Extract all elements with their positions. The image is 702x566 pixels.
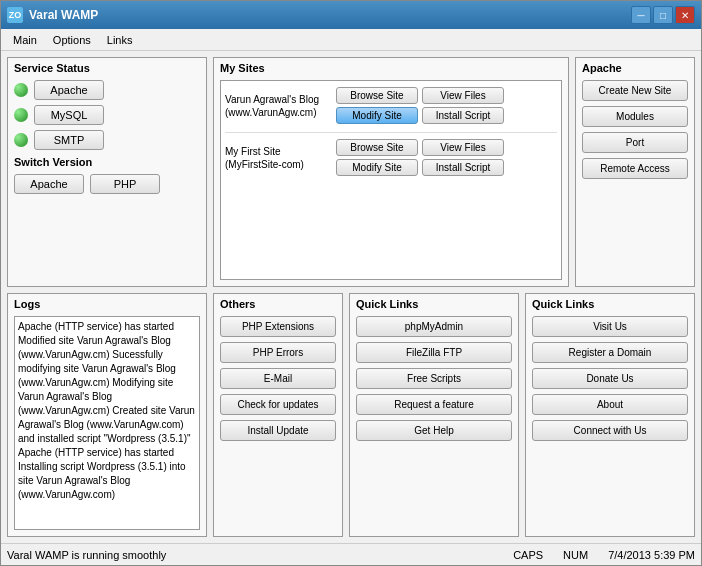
service-status-title: Service Status xyxy=(14,62,200,74)
service-status-panel: Service Status Apache MySQL SMTP Switch … xyxy=(7,57,207,287)
site-2-browse-button[interactable]: Browse Site xyxy=(336,139,418,156)
site-1-bottom-buttons: Modify Site Install Script xyxy=(336,107,504,124)
site-1-view-files-button[interactable]: View Files xyxy=(422,87,504,104)
my-sites-title: My Sites xyxy=(220,62,562,74)
phpmyadmin-button[interactable]: phpMyAdmin xyxy=(356,316,512,337)
menu-bar: Main Options Links xyxy=(1,29,701,51)
logs-title: Logs xyxy=(14,298,200,310)
modules-button[interactable]: Modules xyxy=(582,106,688,127)
switch-version-buttons: Apache PHP xyxy=(14,174,200,194)
main-content: Service Status Apache MySQL SMTP Switch … xyxy=(1,51,701,543)
quick-links-1-title: Quick Links xyxy=(356,298,512,310)
switch-version-section: Switch Version Apache PHP xyxy=(14,156,200,194)
logs-text-area[interactable]: Apache (HTTP service) has started Modifi… xyxy=(14,316,200,530)
caps-indicator: CAPS xyxy=(513,549,543,561)
num-indicator: NUM xyxy=(563,549,588,561)
others-title: Others xyxy=(220,298,336,310)
window-controls: ─ □ ✕ xyxy=(631,6,695,24)
apache-service-button[interactable]: Apache xyxy=(34,80,104,100)
apache-panel-title: Apache xyxy=(582,62,688,74)
quick-links-1-panel: Quick Links phpMyAdmin FileZilla FTP Fre… xyxy=(349,293,519,537)
window-title: Varal WAMP xyxy=(29,8,631,22)
mysql-service-row: MySQL xyxy=(14,105,200,125)
remote-access-button[interactable]: Remote Access xyxy=(582,158,688,179)
get-help-button[interactable]: Get Help xyxy=(356,420,512,441)
sites-separator xyxy=(225,132,557,133)
donate-us-button[interactable]: Donate Us xyxy=(532,368,688,389)
site-1-name: Varun Agrawal's Blog(www.VarunAgw.cm) xyxy=(225,93,330,119)
logs-panel: Logs Apache (HTTP service) has started M… xyxy=(7,293,207,537)
status-indicators: CAPS NUM xyxy=(513,549,588,561)
app-icon: ZO xyxy=(7,7,23,23)
minimize-button[interactable]: ─ xyxy=(631,6,651,24)
bottom-section: Logs Apache (HTTP service) has started M… xyxy=(7,293,695,537)
menu-links[interactable]: Links xyxy=(99,32,141,48)
main-window: ZO Varal WAMP ─ □ ✕ Main Options Links S… xyxy=(0,0,702,566)
site-2-buttons: Browse Site View Files Modify Site Insta… xyxy=(336,139,504,176)
site-entry-1: Varun Agrawal's Blog(www.VarunAgw.cm) Br… xyxy=(225,85,557,126)
site-1-modify-button[interactable]: Modify Site xyxy=(336,107,418,124)
filezilla-ftp-button[interactable]: FileZilla FTP xyxy=(356,342,512,363)
menu-options[interactable]: Options xyxy=(45,32,99,48)
mysql-service-button[interactable]: MySQL xyxy=(34,105,104,125)
site-2-modify-button[interactable]: Modify Site xyxy=(336,159,418,176)
free-scripts-button[interactable]: Free Scripts xyxy=(356,368,512,389)
smtp-service-button[interactable]: SMTP xyxy=(34,130,104,150)
php-extensions-button[interactable]: PHP Extensions xyxy=(220,316,336,337)
my-sites-panel: My Sites Varun Agrawal's Blog(www.VarunA… xyxy=(213,57,569,287)
port-button[interactable]: Port xyxy=(582,132,688,153)
site-2-top-buttons: Browse Site View Files xyxy=(336,139,504,156)
site-2-view-files-button[interactable]: View Files xyxy=(422,139,504,156)
status-bar: Varal WAMP is running smoothly CAPS NUM … xyxy=(1,543,701,565)
site-2-bottom-buttons: Modify Site Install Script xyxy=(336,159,504,176)
sites-scroll-area[interactable]: Varun Agrawal's Blog(www.VarunAgw.cm) Br… xyxy=(220,80,562,280)
status-message: Varal WAMP is running smoothly xyxy=(7,549,513,561)
switch-version-title: Switch Version xyxy=(14,156,200,168)
smtp-service-row: SMTP xyxy=(14,130,200,150)
mysql-status-dot xyxy=(14,108,28,122)
smtp-status-dot xyxy=(14,133,28,147)
about-button[interactable]: About xyxy=(532,394,688,415)
create-new-site-button[interactable]: Create New Site xyxy=(582,80,688,101)
title-bar: ZO Varal WAMP ─ □ ✕ xyxy=(1,1,701,29)
others-panel: Others PHP Extensions PHP Errors E-Mail … xyxy=(213,293,343,537)
status-datetime: 7/4/2013 5:39 PM xyxy=(608,549,695,561)
switch-php-button[interactable]: PHP xyxy=(90,174,160,194)
site-1-buttons: Browse Site View Files Modify Site Insta… xyxy=(336,87,504,124)
check-updates-button[interactable]: Check for updates xyxy=(220,394,336,415)
apache-service-row: Apache xyxy=(14,80,200,100)
maximize-button[interactable]: □ xyxy=(653,6,673,24)
apache-panel: Apache Create New Site Modules Port Remo… xyxy=(575,57,695,287)
menu-main[interactable]: Main xyxy=(5,32,45,48)
site-2-name: My First Site(MyFirstSite-com) xyxy=(225,145,330,171)
site-1-browse-button[interactable]: Browse Site xyxy=(336,87,418,104)
register-domain-button[interactable]: Register a Domain xyxy=(532,342,688,363)
switch-apache-button[interactable]: Apache xyxy=(14,174,84,194)
php-errors-button[interactable]: PHP Errors xyxy=(220,342,336,363)
apache-status-dot xyxy=(14,83,28,97)
site-1-install-button[interactable]: Install Script xyxy=(422,107,504,124)
close-button[interactable]: ✕ xyxy=(675,6,695,24)
install-update-button[interactable]: Install Update xyxy=(220,420,336,441)
site-2-install-button[interactable]: Install Script xyxy=(422,159,504,176)
email-button[interactable]: E-Mail xyxy=(220,368,336,389)
connect-with-us-button[interactable]: Connect with Us xyxy=(532,420,688,441)
top-section: Service Status Apache MySQL SMTP Switch … xyxy=(7,57,695,287)
site-1-top-buttons: Browse Site View Files xyxy=(336,87,504,104)
quick-links-2-title: Quick Links xyxy=(532,298,688,310)
visit-us-button[interactable]: Visit Us xyxy=(532,316,688,337)
quick-links-2-panel: Quick Links Visit Us Register a Domain D… xyxy=(525,293,695,537)
site-entry-2: My First Site(MyFirstSite-com) Browse Si… xyxy=(225,137,557,178)
request-feature-button[interactable]: Request a feature xyxy=(356,394,512,415)
